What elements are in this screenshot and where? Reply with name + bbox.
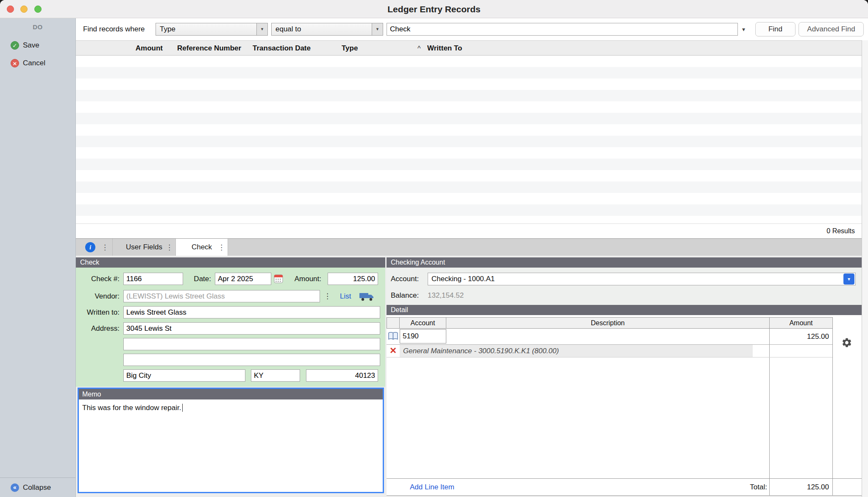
city-field[interactable] bbox=[123, 369, 245, 382]
column-header-transaction-date[interactable]: Transaction Date bbox=[253, 41, 311, 56]
title-bar: Ledger Entry Records bbox=[0, 0, 868, 18]
cancel-button[interactable]: × Cancel bbox=[0, 57, 75, 69]
add-line-item-link[interactable]: Add Line Item bbox=[410, 479, 454, 496]
advanced-find-button[interactable]: Advanced Find bbox=[798, 22, 864, 36]
delete-line-icon[interactable]: × bbox=[387, 345, 399, 357]
written-to-label: Written to: bbox=[76, 306, 120, 318]
detail-column-header-amount: Amount bbox=[769, 317, 833, 329]
find-bar-label: Find records where bbox=[83, 18, 145, 40]
checking-account-panel-title: Checking Account bbox=[387, 257, 862, 268]
zip-field[interactable] bbox=[306, 369, 378, 382]
detail-grid: Account Description Amount 5190 125.00 ×… bbox=[387, 315, 862, 496]
text-cursor bbox=[182, 404, 183, 412]
find-field-dropdown[interactable]: Type ▾ bbox=[156, 23, 268, 36]
detail-account-cell[interactable]: 5190 bbox=[400, 329, 446, 343]
memo-panel: Memo This was for the window repair. bbox=[78, 388, 384, 493]
check-panel: Check Check #: Date: Amount: Vendor: ⋮ L… bbox=[76, 257, 385, 387]
address-label: Address: bbox=[76, 322, 120, 335]
sort-ascending-icon: ^ bbox=[417, 41, 421, 56]
detail-panel: Detail Account Description Amount 5190 1… bbox=[387, 305, 862, 496]
detail-column-header-icon bbox=[387, 317, 400, 329]
sidebar: DO ✓ Save × Cancel « Collapse bbox=[0, 18, 76, 497]
info-icon[interactable]: i bbox=[85, 242, 95, 252]
vendor-menu-dots-icon[interactable]: ⋮ bbox=[324, 290, 331, 302]
grip-dots-icon[interactable]: ⋮ bbox=[218, 239, 225, 256]
written-to-field[interactable] bbox=[123, 306, 380, 318]
find-options-caret-icon[interactable]: ▾ bbox=[742, 18, 745, 40]
grip-dots-icon[interactable]: ⋮ bbox=[101, 239, 108, 256]
save-button[interactable]: ✓ Save bbox=[0, 39, 75, 51]
address-line1-field[interactable] bbox=[123, 322, 380, 335]
find-bar: Find records where Type ▾ equal to ▾ ▾ F… bbox=[76, 18, 868, 40]
gear-icon[interactable] bbox=[841, 337, 852, 350]
account-dropdown[interactable]: Checking - 1000.A1 ▾ bbox=[428, 273, 856, 285]
balance-value: 132,154.52 bbox=[428, 290, 464, 301]
memo-text: This was for the window repair. bbox=[82, 404, 181, 412]
tab-check[interactable]: Check ⋮ bbox=[176, 239, 228, 256]
window-title: Ledger Entry Records bbox=[0, 0, 868, 18]
check-number-label: Check #: bbox=[76, 273, 120, 285]
ledger-icon[interactable] bbox=[388, 332, 398, 342]
save-button-label: Save bbox=[23, 39, 39, 51]
vendor-field[interactable] bbox=[123, 290, 320, 302]
x-circle-icon: × bbox=[11, 59, 19, 67]
chevrons-left-icon: « bbox=[11, 483, 19, 492]
date-field[interactable] bbox=[215, 273, 271, 285]
date-label: Date: bbox=[176, 273, 211, 285]
detail-sub-row: General Maintenance - 3000.5190.K.K1 (80… bbox=[400, 345, 753, 357]
memo-textarea[interactable]: This was for the window repair. bbox=[79, 399, 383, 492]
results-table-body[interactable] bbox=[76, 56, 862, 218]
address-line2-field[interactable] bbox=[123, 338, 380, 350]
account-description-text: General Maintenance - 3000.5190.K.K1 (80… bbox=[400, 347, 559, 355]
cancel-button-label: Cancel bbox=[23, 57, 45, 69]
detail-panel-title: Detail bbox=[387, 305, 862, 315]
state-field[interactable] bbox=[251, 369, 300, 382]
results-table-footer-space bbox=[76, 218, 862, 223]
chevron-down-icon[interactable]: ▾ bbox=[843, 274, 854, 285]
column-header-amount[interactable]: Amount bbox=[101, 41, 163, 56]
vendor-label: Vendor: bbox=[76, 290, 120, 302]
tab-user-fields[interactable]: User Fields ⋮ bbox=[112, 239, 176, 256]
check-number-field[interactable] bbox=[123, 273, 183, 285]
column-header-type[interactable]: Type bbox=[342, 41, 358, 56]
amount-field[interactable] bbox=[328, 273, 378, 285]
amount-label: Amount: bbox=[288, 273, 321, 285]
detail-column-header-description: Description bbox=[446, 317, 770, 329]
grid-divider bbox=[832, 317, 833, 495]
vendor-list-link[interactable]: List bbox=[340, 290, 351, 302]
column-header-reference-number[interactable]: Reference Number bbox=[177, 41, 241, 56]
collapse-button-label: Collapse bbox=[23, 478, 51, 497]
grip-dots-icon[interactable]: ⋮ bbox=[166, 239, 173, 256]
total-value: 125.00 bbox=[769, 479, 832, 496]
find-operator-dropdown[interactable]: equal to ▾ bbox=[271, 23, 383, 36]
find-operator-value: equal to bbox=[275, 23, 301, 35]
address-line3-field[interactable] bbox=[123, 354, 380, 366]
check-circle-icon: ✓ bbox=[11, 41, 19, 50]
check-panel-title: Check bbox=[76, 257, 385, 268]
memo-panel-title: Memo bbox=[79, 389, 383, 399]
balance-label: Balance: bbox=[391, 290, 419, 301]
tab-bar: i ⋮ User Fields ⋮ Check ⋮ bbox=[76, 239, 868, 256]
tab-check-label: Check bbox=[192, 243, 212, 251]
results-table-header: Amount Reference Number Transaction Date… bbox=[76, 40, 862, 56]
checking-account-body: Account: Checking - 1000.A1 ▾ Balance: 1… bbox=[387, 268, 862, 305]
find-field-value: Type bbox=[160, 23, 175, 35]
detail-total-row: Add Line Item Total: 125.00 bbox=[387, 478, 862, 496]
total-label: Total: bbox=[700, 479, 767, 496]
sidebar-section-label: DO bbox=[0, 23, 75, 31]
detail-column-header-account: Account bbox=[399, 317, 446, 329]
truck-icon[interactable] bbox=[359, 291, 374, 303]
collapse-button[interactable]: « Collapse bbox=[0, 478, 75, 497]
row-divider bbox=[387, 357, 832, 357]
column-header-written-to[interactable]: Written To bbox=[427, 41, 462, 56]
tab-user-fields-label: User Fields bbox=[126, 243, 162, 251]
find-value-input[interactable] bbox=[387, 23, 738, 36]
calendar-icon[interactable] bbox=[274, 274, 283, 285]
account-label: Account: bbox=[391, 273, 419, 285]
chevron-down-icon: ▾ bbox=[372, 23, 383, 35]
detail-amount-cell[interactable]: 125.00 bbox=[769, 329, 832, 344]
vertical-scrollbar[interactable] bbox=[862, 40, 868, 497]
results-status-row: 0 Results bbox=[76, 223, 862, 239]
find-button[interactable]: Find bbox=[755, 22, 796, 36]
account-dropdown-value: Checking - 1000.A1 bbox=[431, 273, 495, 285]
